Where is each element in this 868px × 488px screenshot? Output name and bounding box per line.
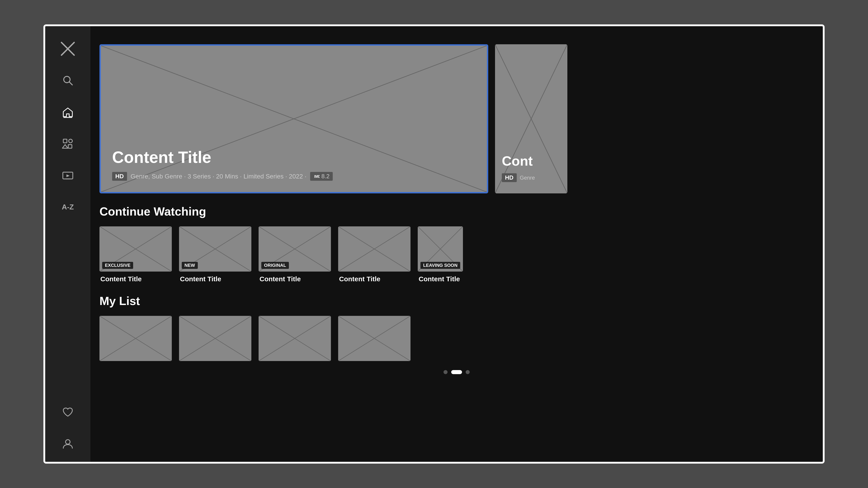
sidebar-logo[interactable] [59, 40, 77, 58]
card-image-3: ORIGINAL [258, 226, 331, 271]
svg-rect-5 [63, 139, 67, 143]
secondary-meta-text: Genre [520, 175, 535, 181]
content-card-new[interactable]: NEW Content Title [179, 226, 251, 283]
card-title-3: Content Title [258, 275, 331, 283]
my-list-image-2 [179, 316, 251, 361]
card-image-5: LEAVING SOON [418, 226, 463, 271]
content-card-original[interactable]: ORIGINAL Content Title [258, 226, 331, 283]
svg-point-12 [66, 440, 70, 444]
badge-exclusive: EXCLUSIVE [102, 262, 133, 269]
continue-watching-section: Continue Watching EXCLUSIVE Content Titl… [90, 193, 823, 283]
content-card-4[interactable]: Content Title [338, 226, 410, 283]
card-image-4 [338, 226, 410, 271]
sidebar-bottom [59, 403, 77, 453]
hero-info-secondary: Cont HD Genre [502, 153, 535, 182]
sidebar-item-categories[interactable] [59, 135, 77, 153]
badge-leaving-soon: LEAVING SOON [421, 262, 460, 269]
my-list-image-1 [99, 316, 172, 361]
main-content: Content Title HD Genre, Sub Genre · 3 Se… [90, 26, 823, 462]
card-image-1: EXCLUSIVE [99, 226, 172, 271]
hero-meta-text: Genre, Sub Genre · 3 Series · 20 Mins · … [131, 173, 307, 180]
card-title-4: Content Title [338, 275, 410, 283]
badge-hd-secondary: HD [502, 173, 517, 182]
my-list-row [99, 316, 814, 361]
sidebar-item-home[interactable] [59, 103, 77, 121]
content-card-exclusive[interactable]: EXCLUSIVE Content Title [99, 226, 172, 283]
sidebar-item-az[interactable]: A-Z [59, 198, 77, 216]
badge-rating: IMDb 8.2 [310, 172, 333, 181]
hero-section: Content Title HD Genre, Sub Genre · 3 Se… [90, 35, 823, 193]
hero-card-primary[interactable]: Content Title HD Genre, Sub Genre · 3 Se… [99, 44, 488, 193]
hero-meta-primary: HD Genre, Sub Genre · 3 Series · 20 Mins… [112, 172, 333, 181]
my-list-card-3[interactable] [258, 316, 331, 361]
card-title-5: Content Title [418, 275, 463, 283]
sidebar-item-account[interactable] [59, 435, 77, 453]
hero-info-primary: Content Title HD Genre, Sub Genre · 3 Se… [112, 148, 333, 181]
my-list-title: My List [99, 294, 814, 308]
my-list-section: My List [90, 283, 823, 361]
card-image-2: NEW [179, 226, 251, 271]
svg-marker-7 [62, 144, 68, 148]
svg-line-3 [69, 82, 72, 85]
scroll-dots [90, 361, 823, 379]
sidebar-item-favorites[interactable] [59, 403, 77, 421]
svg-text:IMDb: IMDb [314, 175, 320, 178]
rating-value: 8.2 [321, 173, 330, 180]
svg-marker-11 [66, 174, 70, 177]
hero-title-primary: Content Title [112, 148, 333, 166]
badge-new: NEW [182, 262, 198, 269]
my-list-image-3 [258, 316, 331, 361]
my-list-card-4[interactable] [338, 316, 410, 361]
continue-watching-row: EXCLUSIVE Content Title NEW Content [99, 226, 814, 283]
my-list-card-2[interactable] [179, 316, 251, 361]
content-card-leaving-soon[interactable]: LEAVING SOON Content Title [418, 226, 463, 283]
card-title-2: Content Title [179, 275, 251, 283]
hero-meta-secondary: HD Genre [502, 173, 535, 182]
tv-frame: A-Z [43, 24, 825, 464]
card-title-1: Content Title [99, 275, 172, 283]
sidebar-item-live[interactable] [59, 166, 77, 184]
hero-card-secondary[interactable]: Cont HD Genre [495, 44, 567, 193]
sidebar: A-Z [45, 26, 90, 462]
hero-title-secondary: Cont [502, 153, 535, 169]
badge-hd: HD [112, 172, 127, 181]
my-list-image-4 [338, 316, 410, 361]
my-list-card-1[interactable] [99, 316, 172, 361]
scroll-dot-3[interactable] [466, 370, 470, 374]
continue-watching-title: Continue Watching [99, 205, 814, 218]
badge-original: ORIGINAL [261, 262, 289, 269]
sidebar-item-search[interactable] [59, 71, 77, 90]
sidebar-nav: A-Z [59, 71, 77, 403]
svg-point-6 [69, 139, 72, 143]
scroll-dot-2[interactable] [451, 370, 462, 374]
svg-rect-8 [68, 144, 72, 148]
scroll-dot-1[interactable] [443, 370, 447, 374]
